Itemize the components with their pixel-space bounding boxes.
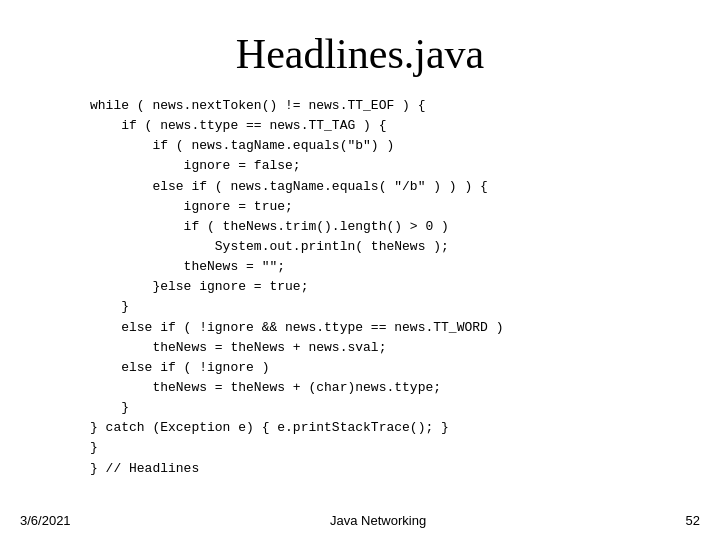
slide: Headlines.java while ( news.nextToken() … (0, 0, 720, 540)
footer-page: 52 (686, 513, 700, 528)
code-line-18: } (90, 438, 690, 458)
footer-title: Java Networking (330, 513, 426, 528)
slide-title: Headlines.java (30, 30, 690, 78)
code-line-2: if ( news.ttype == news.TT_TAG ) { (90, 116, 690, 136)
code-line-12: else if ( !ignore && news.ttype == news.… (90, 318, 690, 338)
footer-date: 3/6/2021 (20, 513, 71, 528)
code-line-8: System.out.println( theNews ); (90, 237, 690, 257)
code-line-17: } catch (Exception e) { e.printStackTrac… (90, 418, 690, 438)
code-line-13: theNews = theNews + news.sval; (90, 338, 690, 358)
code-line-15: theNews = theNews + (char)news.ttype; (90, 378, 690, 398)
code-line-3: if ( news.tagName.equals("b") ) (90, 136, 690, 156)
code-line-19: } // Headlines (90, 459, 690, 479)
code-line-9: theNews = ""; (90, 257, 690, 277)
code-line-1: while ( news.nextToken() != news.TT_EOF … (90, 96, 690, 116)
code-line-4: ignore = false; (90, 156, 690, 176)
code-line-6: ignore = true; (90, 197, 690, 217)
code-line-11: } (90, 297, 690, 317)
code-line-10: }else ignore = true; (90, 277, 690, 297)
code-block: while ( news.nextToken() != news.TT_EOF … (30, 96, 690, 479)
footer: 3/6/2021 Java Networking 52 (0, 513, 720, 528)
code-line-5: else if ( news.tagName.equals( "/b" ) ) … (90, 177, 690, 197)
code-line-7: if ( theNews.trim().length() > 0 ) (90, 217, 690, 237)
code-line-14: else if ( !ignore ) (90, 358, 690, 378)
code-line-16: } (90, 398, 690, 418)
